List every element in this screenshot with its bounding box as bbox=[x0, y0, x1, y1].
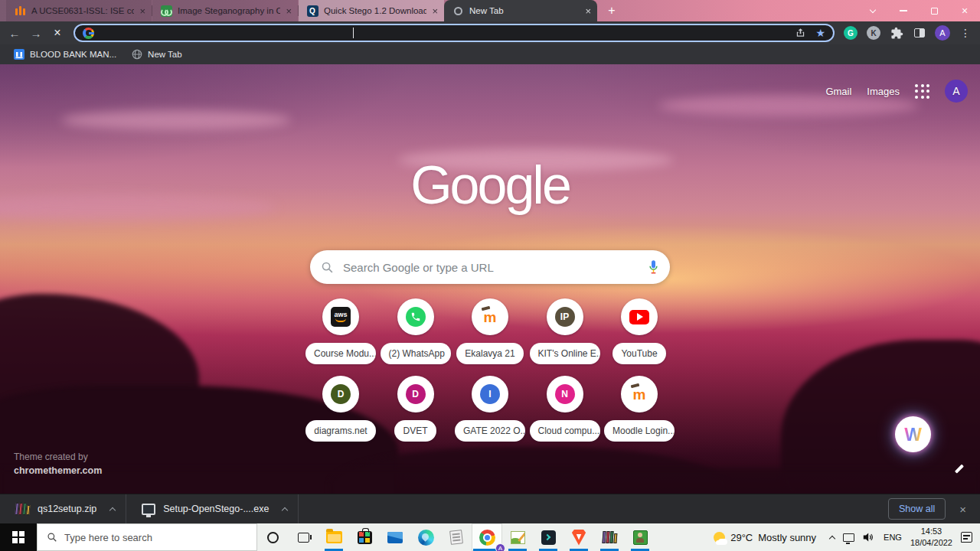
maximize-button[interactable] bbox=[919, 0, 949, 21]
extensions-puzzle-icon[interactable] bbox=[887, 23, 906, 43]
menu-kebab-icon[interactable]: ⋮ bbox=[956, 23, 975, 43]
download-menu-chevron-icon[interactable] bbox=[282, 507, 288, 513]
show-all-downloads-button[interactable]: Show all bbox=[888, 498, 946, 520]
quickstego-favicon-icon: Q bbox=[306, 5, 318, 17]
task-view-button[interactable] bbox=[288, 523, 318, 551]
installer-icon bbox=[142, 504, 155, 515]
download-item-zip[interactable]: qs12setup.zip bbox=[0, 494, 126, 523]
tab-close-icon[interactable]: × bbox=[585, 5, 591, 17]
back-button[interactable]: ← bbox=[5, 23, 24, 43]
customize-pencil-icon[interactable] bbox=[952, 464, 965, 476]
shortcut-kits-online[interactable]: IP KIT's Online E... bbox=[530, 298, 600, 364]
google-account-avatar[interactable]: A bbox=[945, 80, 968, 103]
shortcut-course-modules[interactable]: aws Course Modu... bbox=[305, 298, 376, 364]
shortcut-dvet[interactable]: D DVET bbox=[381, 376, 451, 442]
image-editor-icon[interactable] bbox=[502, 523, 533, 551]
rock-decor bbox=[0, 468, 980, 494]
taskbar-clock[interactable]: 14:53 18/04/2022 bbox=[910, 526, 952, 549]
tab-1[interactable]: A UCSE0631-ISSL: ISE componen × bbox=[6, 0, 152, 21]
grammarly-extension-icon[interactable]: G bbox=[841, 23, 861, 43]
close-downloads-bar-icon[interactable]: × bbox=[959, 503, 966, 516]
bookmark-star-icon[interactable]: ★ bbox=[815, 28, 825, 38]
action-center-icon[interactable] bbox=[961, 532, 972, 543]
aws-icon: aws bbox=[331, 307, 351, 327]
tab-3[interactable]: Q Quick Stego 1.2 Download (Free) × bbox=[299, 0, 444, 21]
shortcut-diagrams-net[interactable]: D diagrams.net bbox=[305, 376, 376, 442]
winrar-icon[interactable] bbox=[594, 523, 625, 551]
shortcut-youtube[interactable]: YouTube bbox=[604, 298, 675, 364]
windows-logo-icon bbox=[12, 531, 24, 543]
close-button[interactable]: × bbox=[949, 0, 980, 21]
address-input[interactable] bbox=[360, 28, 789, 39]
address-bar[interactable]: ★ bbox=[74, 24, 835, 42]
weather-condition: Mostly sunny bbox=[758, 532, 816, 543]
share-icon[interactable] bbox=[795, 28, 806, 38]
shortcut-ekalavya[interactable]: m Ekalavya 21 bbox=[455, 298, 525, 364]
profile-avatar[interactable]: A bbox=[933, 23, 952, 43]
cloud-decor bbox=[61, 110, 291, 130]
shortcut-moodle-login[interactable]: m Moodle Login... bbox=[604, 376, 675, 442]
geeksforgeeks-favicon-icon bbox=[160, 5, 172, 17]
start-button[interactable] bbox=[0, 523, 37, 551]
download-item-exe[interactable]: Setup-OpenStego-....exe bbox=[126, 494, 299, 523]
shortcut-cloud-computing[interactable]: N Cloud compu... bbox=[530, 376, 600, 442]
bookmark-new-tab[interactable]: New Tab bbox=[126, 47, 188, 62]
theme-credit: Theme created by chromethemer.com bbox=[14, 450, 102, 478]
photo-app-icon[interactable] bbox=[625, 523, 655, 551]
bookmarks-bar: BLOOD BANK MAN... New Tab bbox=[0, 44, 980, 64]
taskbar-search-box[interactable] bbox=[37, 523, 257, 551]
side-panel-icon[interactable] bbox=[910, 23, 929, 43]
tab-2[interactable]: Image Steganography in Cryptog × bbox=[152, 0, 298, 21]
windows-taskbar: A 29°C Mostly sunny ENG 14:53 18/04/2022 bbox=[0, 523, 980, 551]
google-search-box[interactable] bbox=[310, 250, 670, 284]
edge-icon[interactable] bbox=[410, 523, 441, 551]
system-tray: ENG 14:53 18/04/2022 bbox=[825, 526, 980, 549]
download-menu-chevron-icon[interactable] bbox=[109, 507, 116, 513]
bookmark-blood-bank[interactable]: BLOOD BANK MAN... bbox=[8, 47, 122, 62]
moodle-icon: m bbox=[633, 387, 646, 402]
tab-close-icon[interactable]: × bbox=[286, 5, 292, 17]
notepad-icon[interactable] bbox=[441, 523, 472, 551]
shortcut-gate-2022[interactable]: I GATE 2022 O... bbox=[455, 376, 525, 442]
microsoft-store-icon[interactable] bbox=[349, 523, 380, 551]
voice-search-mic-icon[interactable] bbox=[648, 259, 659, 276]
brave-icon[interactable] bbox=[564, 523, 594, 551]
network-icon[interactable] bbox=[843, 533, 854, 542]
search-icon bbox=[321, 261, 334, 274]
tab-strip: A UCSE0631-ISSL: ISE componen × Image St… bbox=[0, 0, 980, 21]
tab-close-icon[interactable]: × bbox=[432, 5, 438, 17]
new-tab-button[interactable]: + bbox=[602, 1, 622, 21]
wallpaper-app-logo[interactable]: W bbox=[895, 416, 931, 452]
volume-icon[interactable] bbox=[863, 532, 875, 543]
search-input[interactable] bbox=[343, 261, 639, 274]
tab-4-active[interactable]: New Tab × bbox=[444, 0, 597, 21]
chrome-profile-badge: A bbox=[495, 543, 505, 551]
tray-overflow-chevron-icon[interactable] bbox=[829, 535, 835, 541]
taskbar-weather[interactable]: 29°C Mostly sunny bbox=[704, 532, 825, 543]
language-indicator[interactable]: ENG bbox=[884, 533, 902, 542]
images-link[interactable]: Images bbox=[867, 86, 900, 97]
mail-icon[interactable] bbox=[380, 523, 410, 551]
tab-title: A UCSE0631-ISSL: ISE componen bbox=[31, 6, 134, 15]
forward-button[interactable]: → bbox=[26, 23, 46, 43]
winrar-archive-icon bbox=[15, 503, 31, 515]
media-app-icon[interactable] bbox=[533, 523, 564, 551]
chrome-icon-active[interactable]: A bbox=[472, 523, 502, 551]
google-apps-grid-icon[interactable] bbox=[915, 84, 929, 99]
moodle-favicon-icon bbox=[14, 5, 26, 17]
text-cursor bbox=[353, 28, 354, 38]
tab-search-button[interactable] bbox=[858, 0, 888, 21]
file-explorer-icon[interactable] bbox=[318, 523, 349, 551]
taskbar-search-input[interactable] bbox=[64, 532, 217, 543]
new-tab-page: Gmail Images A Google aws Course Modu...… bbox=[0, 64, 980, 494]
stop-loading-button[interactable]: × bbox=[47, 23, 67, 43]
k-extension-icon[interactable]: K bbox=[864, 23, 884, 43]
shortcut-whatsapp[interactable]: (2) WhatsApp bbox=[381, 298, 451, 364]
toolbar-extensions: G K A ⋮ bbox=[841, 23, 975, 43]
tab-close-icon[interactable]: × bbox=[139, 5, 145, 17]
browser-toolbar: ← → × ★ G K A bbox=[0, 21, 980, 44]
minimize-button[interactable] bbox=[888, 0, 919, 21]
gmail-link[interactable]: Gmail bbox=[825, 86, 851, 97]
downloads-bar: qs12setup.zip Setup-OpenStego-....exe Sh… bbox=[0, 494, 980, 523]
cortana-button[interactable] bbox=[257, 523, 288, 551]
